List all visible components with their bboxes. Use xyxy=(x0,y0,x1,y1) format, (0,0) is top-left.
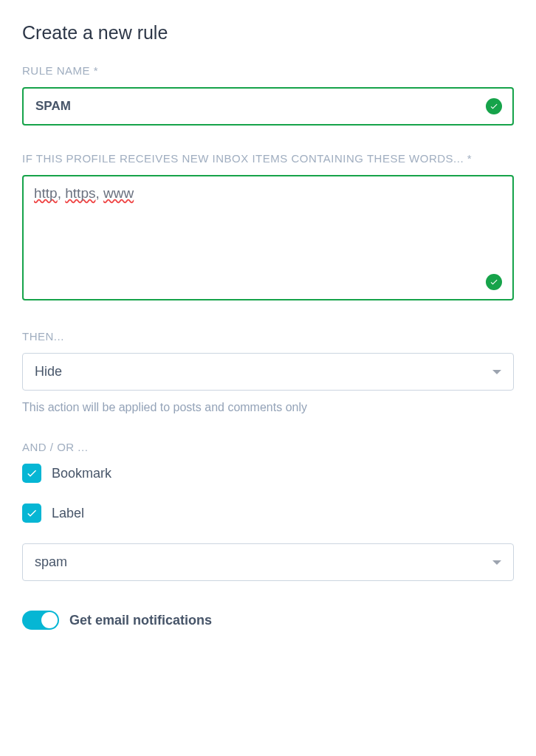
checkmark-icon xyxy=(486,274,502,290)
rule-name-field-wrapper xyxy=(22,87,514,126)
action-select-wrapper: Hide xyxy=(22,353,514,391)
notifications-toggle-label: Get email notifications xyxy=(69,613,212,628)
chevron-down-icon xyxy=(492,370,501,374)
bookmark-checkbox[interactable] xyxy=(22,464,41,483)
rule-name-label: RULE NAME * xyxy=(22,64,514,77)
chevron-down-icon xyxy=(492,560,501,565)
notifications-toggle[interactable] xyxy=(22,611,59,630)
label-checkbox-row: Label xyxy=(22,504,514,523)
checkmark-icon xyxy=(486,98,502,114)
label-selected-value: spam xyxy=(35,554,67,570)
rule-name-input[interactable] xyxy=(22,87,514,126)
and-or-label: AND / OR ... xyxy=(22,441,514,453)
then-label: THEN... xyxy=(22,330,514,343)
page-title: Create a new rule xyxy=(22,22,514,44)
toggle-knob xyxy=(41,612,58,628)
label-checkbox[interactable] xyxy=(22,504,41,523)
label-select-wrapper: spam xyxy=(22,543,514,581)
notifications-toggle-row: Get email notifications xyxy=(22,611,514,630)
keywords-label: IF THIS PROFILE RECEIVES NEW INBOX ITEMS… xyxy=(22,152,514,165)
keywords-input[interactable] xyxy=(22,175,514,300)
action-select[interactable]: Hide xyxy=(22,353,514,391)
label-select[interactable]: spam xyxy=(22,543,514,581)
bookmark-checkbox-label[interactable]: Bookmark xyxy=(52,466,111,481)
action-selected-value: Hide xyxy=(35,364,62,379)
keywords-field-wrapper: http, https, www xyxy=(22,175,514,303)
bookmark-checkbox-row: Bookmark xyxy=(22,464,514,483)
label-checkbox-label[interactable]: Label xyxy=(52,506,84,521)
action-helper-text: This action will be applied to posts and… xyxy=(22,401,514,414)
